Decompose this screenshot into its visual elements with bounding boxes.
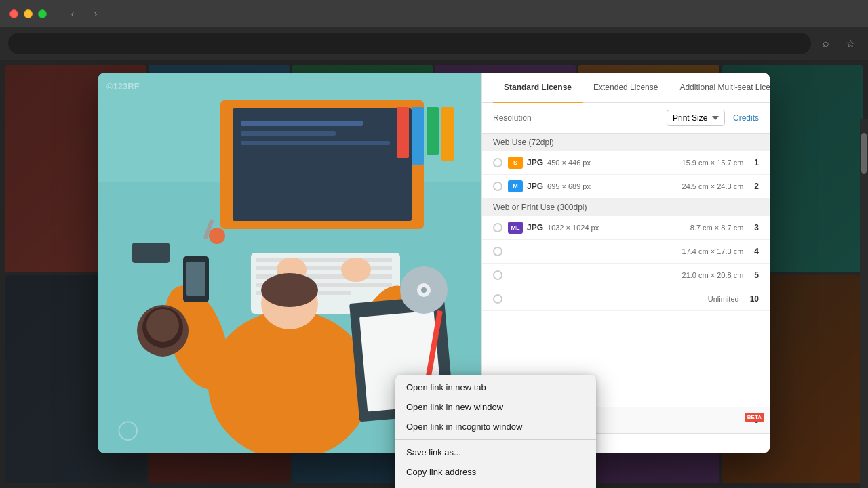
size-row[interactable]: 17.4 cm × 17.3 cm 4: [482, 240, 770, 264]
ctx-separator-2: [395, 485, 596, 485]
size-credits-m: 2: [754, 182, 759, 191]
svg-point-33: [209, 228, 225, 244]
size-radio-unlimited[interactable]: [493, 294, 502, 304]
size-credits-unlimited: 10: [750, 294, 759, 304]
size-px-s: 450 × 446 px: [547, 159, 682, 167]
ctx-open-link-new-tab[interactable]: Open link in new tab: [395, 378, 596, 397]
ctx-open-link-new-window[interactable]: Open link in new window: [395, 397, 596, 417]
forward-button[interactable]: ›: [86, 4, 105, 23]
address-bar[interactable]: [8, 33, 811, 54]
size-badge-m: M: [508, 180, 523, 192]
svg-point-37: [421, 287, 427, 293]
size-px-m: 695 × 689 px: [547, 182, 682, 190]
size-radio-4[interactable]: [493, 247, 502, 256]
ctx-save-link-as[interactable]: Save link as...: [395, 443, 596, 462]
size-badge-5: [508, 269, 523, 281]
size-credits-5: 5: [754, 270, 759, 280]
size-cm-m: 24.5 cm × 24.3 cm: [682, 182, 744, 190]
resolution-row: Resolution Print Size Web Size Credits: [482, 103, 770, 134]
size-type-ml: JPG: [527, 223, 543, 232]
svg-point-13: [208, 310, 371, 453]
svg-point-17: [341, 258, 371, 282]
browser-chrome: ‹ › ⌕ ☆: [0, 0, 868, 60]
print-use-header: Web or Print Use (300dpi): [482, 199, 770, 216]
svg-rect-6: [241, 141, 390, 145]
svg-text:©123RF: ©123RF: [106, 81, 140, 92]
size-type-s: JPG: [527, 158, 543, 167]
size-px-ml: 1032 × 1024 px: [547, 224, 690, 232]
credits-link[interactable]: Credits: [733, 113, 759, 123]
tab-standard-license[interactable]: Standard License: [493, 73, 583, 103]
size-badge-unlimited: [508, 293, 523, 305]
size-row[interactable]: M JPG 695 × 689 px 24.5 cm × 24.3 cm 2: [482, 175, 770, 199]
svg-rect-30: [132, 243, 170, 263]
size-radio-s[interactable]: [493, 158, 502, 167]
ctx-separator-1: [395, 439, 596, 440]
scrollbar-track: [860, 119, 868, 488]
size-badge-ml: ML: [508, 222, 523, 234]
svg-rect-4: [241, 121, 363, 126]
back-button[interactable]: ‹: [63, 4, 82, 23]
size-row[interactable]: ML JPG 1032 × 1024 px 8.7 cm × 8.7 cm 3: [482, 216, 770, 240]
ctx-open-link-incognito[interactable]: Open link in incognito window: [395, 417, 596, 436]
svg-point-29: [146, 309, 179, 342]
size-radio-5[interactable]: [493, 270, 502, 280]
size-row[interactable]: S JPG 450 × 446 px 15.9 cm × 15.7 cm 1: [482, 151, 770, 175]
size-credits-s: 1: [754, 158, 759, 167]
svg-rect-23: [441, 107, 454, 161]
tab-multiseat-license[interactable]: Additional Multi-seat License: [669, 73, 770, 103]
license-tabs: Standard License Extended License Additi…: [482, 73, 770, 103]
size-cm-unlimited: Unlimited: [708, 295, 739, 303]
size-badge-4: [508, 245, 523, 258]
page-background: ©123RF ◯ ◯ Standard License: [0, 60, 868, 488]
close-button[interactable]: [9, 9, 18, 18]
size-credits-ml: 3: [754, 223, 759, 232]
search-icon[interactable]: ⌕: [816, 34, 835, 53]
size-cm-5: 21.0 cm × 20.8 cm: [682, 271, 744, 279]
size-credits-4: 4: [754, 247, 759, 256]
maximize-button[interactable]: [38, 9, 47, 18]
size-cm-ml: 8.7 cm × 8.7 cm: [690, 224, 744, 232]
svg-rect-32: [186, 262, 205, 296]
context-menu: Open link in new tab Open link in new wi…: [395, 375, 596, 488]
size-cm-4: 17.4 cm × 17.3 cm: [682, 247, 744, 256]
address-bar-row: ⌕ ☆: [0, 27, 868, 60]
size-type-m: JPG: [527, 182, 543, 191]
tab-extended-license[interactable]: Extended License: [583, 73, 669, 103]
minimize-button[interactable]: [24, 9, 33, 18]
svg-rect-9: [256, 266, 392, 270]
svg-point-19: [261, 273, 318, 307]
svg-rect-22: [427, 107, 439, 155]
size-cm-s: 15.9 cm × 15.7 cm: [682, 159, 744, 167]
resolution-select[interactable]: Print Size Web Size: [667, 110, 725, 126]
title-bar: ‹ ›: [0, 0, 868, 27]
size-row[interactable]: Unlimited 10: [482, 287, 770, 311]
nav-buttons: ‹ ›: [63, 4, 105, 23]
size-badge-s: S: [508, 157, 523, 169]
bookmark-icon[interactable]: ☆: [841, 34, 860, 53]
size-radio-m[interactable]: [493, 182, 502, 191]
scrollbar-thumb[interactable]: [861, 133, 867, 174]
size-radio-ml[interactable]: [493, 223, 502, 232]
web-use-header: Web Use (72dpi): [482, 134, 770, 151]
beta-badge: BETA: [745, 413, 764, 422]
ctx-copy-link-address[interactable]: Copy link address: [395, 462, 596, 482]
svg-rect-8: [256, 258, 392, 262]
svg-rect-5: [241, 131, 336, 136]
resolution-label: Resolution: [493, 113, 667, 123]
svg-rect-20: [397, 107, 409, 158]
svg-rect-21: [412, 107, 424, 165]
svg-text:◯: ◯: [117, 419, 138, 441]
size-rows: Web Use (72dpi) S JPG 450 × 446 px 15.9 …: [482, 134, 770, 407]
size-row[interactable]: 21.0 cm × 20.8 cm 5: [482, 264, 770, 287]
